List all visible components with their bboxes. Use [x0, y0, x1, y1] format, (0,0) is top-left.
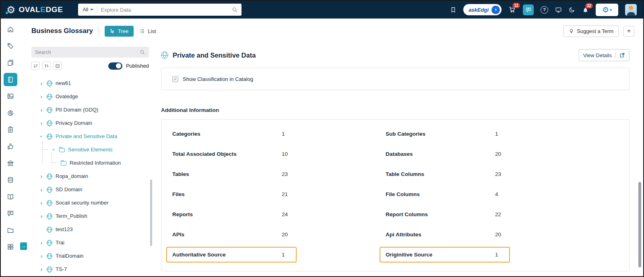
search-scope-dropdown[interactable]: All	[78, 7, 97, 12]
list-button-label: List	[148, 28, 156, 34]
stat-label: Databases	[386, 151, 495, 157]
add-term-button[interactable]: +	[623, 26, 634, 37]
topbar: ⚙ OVALEDGE All askEdgi	[1, 1, 643, 19]
cart-badge: 11	[512, 3, 520, 8]
domain-icon	[47, 187, 52, 192]
stat-value: 20	[495, 232, 501, 238]
chevron-right-icon[interactable]: ›	[39, 186, 43, 192]
domain-icon	[47, 120, 52, 126]
stat-label: Authoritative Source	[172, 252, 282, 258]
tree-search-input[interactable]	[35, 50, 140, 55]
tree-item[interactable]: ›Trai	[31, 236, 152, 249]
chevron-right-icon[interactable]: ›	[39, 80, 43, 86]
tree-item[interactable]: ›Term_Publish	[31, 209, 152, 223]
bell-icon[interactable]: 32	[582, 6, 589, 13]
chevron-down-icon[interactable]: ›	[39, 134, 45, 138]
open-book-icon[interactable]	[4, 190, 17, 204]
tree-scrollbar[interactable]	[150, 180, 152, 246]
published-toggle[interactable]	[108, 62, 122, 70]
tree-item[interactable]: ›PII Domain (GDQ)	[31, 103, 152, 116]
bank-icon[interactable]	[4, 157, 17, 170]
chevron-down-icon	[90, 9, 93, 10]
chevron-down-icon[interactable]: ›	[51, 148, 57, 152]
chevron-right-icon[interactable]: ›	[39, 120, 43, 126]
stat-value: 20	[495, 151, 501, 157]
chevron-right-icon[interactable]: ›	[39, 200, 43, 206]
domain-icon	[47, 267, 52, 272]
search-icon[interactable]	[232, 7, 238, 13]
global-search: All	[78, 4, 242, 16]
donut-chart-icon[interactable]	[4, 106, 17, 120]
stat-row: Files21 File Columns4	[161, 184, 629, 204]
list-view-button[interactable]: List	[139, 28, 156, 34]
help-icon[interactable]: ?	[541, 6, 548, 14]
stat-value: 23	[495, 171, 501, 177]
clipboard-icon[interactable]	[4, 123, 17, 136]
tree-item[interactable]: ›Privacy Domain	[31, 116, 152, 130]
sidebar-expand-button[interactable]: →	[20, 242, 27, 250]
view-details-button[interactable]: View Details	[579, 49, 630, 61]
thumbs-up-icon[interactable]	[4, 140, 17, 153]
suggest-term-label: Suggest a Term	[577, 28, 613, 34]
chevron-right-icon[interactable]: ›	[39, 93, 43, 99]
subtree: Restricted Information	[31, 156, 152, 170]
explore-data-input[interactable]	[97, 7, 232, 13]
chevron-right-icon[interactable]: ›	[39, 107, 43, 113]
glossary-tree: ›new61 ›Ovaledge ›PII Domain (GDQ) ›Priv…	[31, 76, 152, 276]
content: Published ›new61 ›Ovaledge ›PII Domain (…	[20, 43, 643, 254]
folder-icon[interactable]	[4, 223, 17, 237]
tree-view-button[interactable]: Tree	[105, 26, 134, 37]
collapse-all-button[interactable]	[53, 62, 62, 70]
tree-item[interactable]: ›Sensitive Elements	[31, 143, 152, 156]
database-icon[interactable]	[4, 173, 17, 187]
sort-ascending-button[interactable]	[31, 62, 40, 70]
external-link-icon	[619, 52, 625, 58]
grid-icon[interactable]	[4, 240, 17, 254]
tree-item[interactable]: ›TrialDomain	[31, 249, 152, 263]
tree-item[interactable]: ›test123	[31, 223, 152, 236]
tree-item[interactable]: ›Socail security number	[31, 196, 152, 209]
chevron-right-icon[interactable]: ›	[39, 266, 43, 272]
tree-item[interactable]: ›new61	[31, 76, 152, 90]
tree-item[interactable]: ›TS-7	[31, 263, 152, 276]
domain-icon	[47, 253, 52, 259]
stat-label: Originitive Source	[386, 252, 495, 258]
stat-row: Tables23 Table Columns23	[161, 164, 629, 184]
tree-item[interactable]: ›SD Domain	[31, 183, 152, 196]
published-toggle-wrap: Published	[108, 62, 152, 70]
search-icon	[140, 50, 145, 55]
tree-item[interactable]: ›Ropa_domain	[31, 170, 152, 183]
classification-checkbox[interactable]: ✓	[172, 76, 178, 82]
sort-descending-button[interactable]	[42, 62, 51, 70]
chat-tile-icon[interactable]	[523, 4, 534, 15]
stat-value: 4	[495, 191, 498, 197]
chat-icon[interactable]	[4, 207, 17, 220]
moon-icon[interactable]	[569, 6, 575, 13]
brand-logo[interactable]: ⚙ OVALEDGE	[6, 5, 63, 15]
tree-controls: Published	[31, 62, 152, 70]
gear-tile-icon[interactable]: ⚙	[596, 4, 618, 16]
home-icon[interactable]	[4, 23, 17, 36]
askedgi-button[interactable]: askEdgi	[463, 4, 502, 15]
main-scrollbar[interactable]	[638, 182, 641, 267]
chevron-right-icon[interactable]: ›	[39, 213, 43, 219]
tree-item[interactable]: Restricted Information	[31, 156, 152, 170]
chevron-right-icon[interactable]: ›	[39, 173, 43, 179]
monitor-icon[interactable]	[555, 6, 562, 13]
bookmark-icon[interactable]	[450, 6, 456, 13]
stat-label: Total Associated Objects	[172, 151, 282, 157]
suggest-term-button[interactable]: Suggest a Term	[564, 25, 619, 37]
view-details-label: View Details	[583, 52, 612, 58]
glossary-book-icon[interactable]	[4, 73, 17, 87]
domain-icon	[47, 107, 52, 113]
image-icon[interactable]	[4, 89, 17, 103]
tree-item[interactable]: ›Ovaledge	[31, 90, 152, 103]
tag-icon[interactable]	[4, 39, 17, 53]
tree-item-selected[interactable]: ›Private and Sensitive Data	[31, 130, 152, 143]
chevron-right-icon[interactable]: ›	[39, 253, 43, 259]
chevron-right-icon[interactable]: ›	[39, 240, 43, 246]
cart-icon[interactable]: 11	[508, 6, 516, 13]
avatar[interactable]	[625, 4, 637, 16]
stat-label: Api Attributes	[386, 232, 495, 238]
copy-icon[interactable]	[4, 56, 17, 70]
